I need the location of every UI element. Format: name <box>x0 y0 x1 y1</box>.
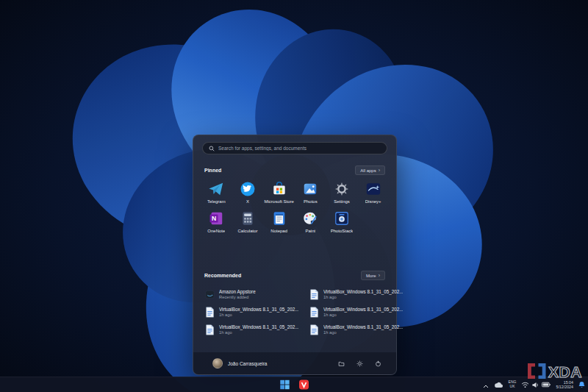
pinned-title: Pinned <box>204 168 221 173</box>
telegram-icon <box>208 181 224 197</box>
x-icon <box>240 181 256 197</box>
all-apps-button[interactable]: All apps › <box>355 165 385 175</box>
start-menu-footer: João Carrasqueira <box>193 352 396 374</box>
wifi-icon <box>521 382 529 388</box>
notepad-icon <box>271 210 287 227</box>
recommended-item[interactable]: Amazon Appstore Recently added <box>201 286 302 303</box>
svg-text:N: N <box>212 215 216 222</box>
taskbar: ENG UK 15:04 5/12/2024 <box>0 377 588 392</box>
power-icon[interactable] <box>375 360 381 367</box>
amazon-appstore-icon <box>205 289 215 300</box>
settings-gear-icon[interactable] <box>356 360 363 367</box>
document-icon <box>309 289 319 300</box>
recommended-title: Recommended <box>204 273 241 278</box>
pinned-app-calculator[interactable]: Calculator <box>232 209 264 237</box>
pinned-app-telegram[interactable]: Telegram <box>201 179 232 207</box>
folder-icon[interactable] <box>338 360 345 367</box>
document-icon <box>205 307 215 318</box>
vivaldi-button[interactable] <box>298 379 309 391</box>
search-bar[interactable] <box>202 142 387 154</box>
pinned-app-x[interactable]: X <box>232 179 264 207</box>
pinned-app-paint[interactable]: Paint <box>295 209 326 237</box>
microsoft-store-icon <box>271 181 287 197</box>
onenote-icon: N <box>208 210 224 227</box>
recommended-item[interactable]: VirtualBox_Windows 8.1_31_05_202... 1h a… <box>201 304 302 321</box>
system-tray: ENG UK 15:04 5/12/2024 <box>483 377 585 392</box>
pinned-app-disney-plus[interactable]: Disney+ <box>357 179 389 207</box>
photostack-icon <box>334 210 350 227</box>
pinned-app-microsoft-store[interactable]: Microsoft Store <box>263 179 295 207</box>
recommended-item[interactable]: VirtualBox_Windows 8.1_31_05_202... 1h a… <box>306 286 406 303</box>
document-icon <box>309 307 319 318</box>
pinned-app-notepad[interactable]: Notepad <box>263 209 295 237</box>
desktop[interactable]: Pinned All apps › Telegram X <box>0 0 588 392</box>
tray-chevron-up-icon[interactable] <box>483 378 489 391</box>
chevron-right-icon: › <box>379 273 380 278</box>
recommended-item[interactable]: VirtualBox_Windows 8.1_31_05_202... 1h a… <box>306 321 406 338</box>
disney-plus-icon <box>365 181 381 197</box>
pinned-app-photos[interactable]: Photos <box>295 179 326 207</box>
avatar[interactable] <box>212 358 223 368</box>
photos-icon <box>302 181 318 197</box>
settings-gear-icon <box>334 181 350 197</box>
battery-icon <box>542 382 551 388</box>
language-indicator[interactable]: ENG UK <box>509 380 517 389</box>
start-menu: Pinned All apps › Telegram X <box>193 135 397 375</box>
pinned-apps-grid: Telegram X Microsoft Store Photos <box>193 179 396 237</box>
calculator-icon <box>240 210 256 227</box>
search-input[interactable] <box>218 146 381 151</box>
weather-cloud-icon[interactable] <box>494 378 503 391</box>
windows-start-icon <box>279 379 290 390</box>
clock-date: 5/12/2024 <box>556 385 573 389</box>
recommended-grid: Amazon Appstore Recently added VirtualBo… <box>193 286 396 338</box>
document-icon <box>309 324 319 335</box>
more-button[interactable]: More › <box>361 271 385 280</box>
paint-icon <box>302 210 318 227</box>
search-icon <box>209 146 215 152</box>
chevron-right-icon: › <box>379 168 380 173</box>
quick-settings[interactable] <box>521 382 551 388</box>
start-button[interactable] <box>279 379 290 391</box>
pinned-app-photostack[interactable]: PhotoStack <box>326 209 358 237</box>
recommended-item[interactable]: VirtualBox_Windows 8.1_31_05_202... 1h a… <box>306 304 406 321</box>
notification-bell-icon[interactable] <box>578 378 585 391</box>
pinned-app-settings[interactable]: Settings <box>326 179 358 207</box>
clock[interactable]: 15:04 5/12/2024 <box>556 380 573 390</box>
user-name[interactable]: João Carrasqueira <box>228 361 267 366</box>
vivaldi-icon <box>298 379 309 390</box>
recommended-item[interactable]: VirtualBox_Windows 8.1_31_05_202... 1h a… <box>201 321 302 338</box>
document-icon <box>205 324 215 335</box>
volume-icon <box>531 382 539 388</box>
pinned-app-onenote[interactable]: N OneNote <box>201 209 232 237</box>
